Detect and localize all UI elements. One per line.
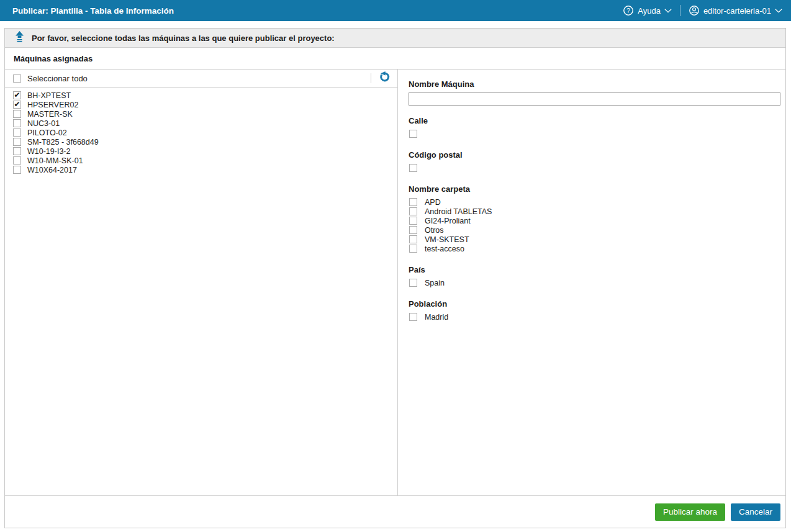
refresh-button[interactable] xyxy=(379,72,391,84)
filter-group: Código postal xyxy=(409,150,780,173)
filter-options: Madrid xyxy=(409,312,780,322)
machine-list: BH-XPTEST HPSERVER02 MASTER-SK NUC3-01 P… xyxy=(5,88,397,174)
machine-checkbox[interactable] xyxy=(13,156,21,165)
machine-checkbox[interactable] xyxy=(13,119,21,127)
section-title: Máquinas asignadas xyxy=(5,48,785,70)
machine-row: BH-XPTEST xyxy=(5,91,397,100)
chevron-down-icon xyxy=(775,9,782,13)
help-icon: ? xyxy=(623,5,634,16)
select-all-checkbox[interactable] xyxy=(13,74,21,83)
machine-label: W10X64-2017 xyxy=(27,166,77,174)
user-label: editor-carteleria-01 xyxy=(703,6,771,16)
help-label: Ayuda xyxy=(638,6,661,16)
top-header-bar: Publicar: Plantilla - Tabla de Informaci… xyxy=(0,0,791,21)
filter-option-label: Spain xyxy=(425,279,445,287)
machine-checkbox[interactable] xyxy=(13,147,21,155)
filter-option-checkbox[interactable] xyxy=(409,245,417,253)
filter-group: Calle xyxy=(409,116,780,138)
publish-panel: Por favor, seleccione todas las máquinas… xyxy=(4,28,786,528)
filter-group: Nombre carpeta APD Android TABLETAS GI24… xyxy=(409,184,780,253)
machines-column: Seleccionar todo BH-XPTEST HPSERVER02 M xyxy=(5,70,398,495)
filter-group-label: País xyxy=(409,265,780,274)
select-all-label: Seleccionar todo xyxy=(27,74,88,83)
help-menu[interactable]: ? Ayuda xyxy=(623,5,672,16)
machine-checkbox[interactable] xyxy=(13,101,21,109)
filter-option-row xyxy=(409,129,780,138)
machine-checkbox[interactable] xyxy=(13,110,21,118)
machine-label: NUC3-01 xyxy=(27,119,60,128)
filter-options xyxy=(409,163,780,173)
machine-label: BH-XPTEST xyxy=(27,91,71,100)
instruction-bar: Por favor, seleccione todas las máquinas… xyxy=(5,29,785,48)
machine-label: HPSERVER02 xyxy=(27,101,78,109)
filter-groups: Calle Código postal Nombre carpeta APD A… xyxy=(409,116,780,322)
filter-group-label: Nombre carpeta xyxy=(409,184,780,194)
filter-options xyxy=(409,129,780,138)
filter-options: APD Android TABLETAS GI24-Proliant Otros… xyxy=(409,197,780,253)
machine-label: MASTER-SK xyxy=(27,110,73,119)
filter-option-row: test-acceso xyxy=(409,244,780,253)
filter-option-label: Madrid xyxy=(425,313,448,322)
filter-option-checkbox[interactable] xyxy=(409,235,417,243)
machine-row: PILOTO-02 xyxy=(5,128,397,137)
select-all-bar: Seleccionar todo xyxy=(5,70,397,88)
machine-row: SM-T825 - 3f668d49 xyxy=(5,137,397,147)
machine-label: PILOTO-02 xyxy=(27,128,67,137)
filter-option-row: Otros xyxy=(409,225,780,235)
filter-option-label: VM-SKTEST xyxy=(425,235,469,244)
filter-group: Población Madrid xyxy=(409,299,780,322)
filter-option-checkbox[interactable] xyxy=(409,130,417,138)
machine-checkbox[interactable] xyxy=(13,166,21,174)
machine-label: W10-19-I3-2 xyxy=(27,147,70,156)
publish-now-button[interactable]: Publicar ahora xyxy=(655,503,725,521)
machine-row: HPSERVER02 xyxy=(5,100,397,109)
filter-option-checkbox[interactable] xyxy=(409,217,417,225)
toolbar-separator xyxy=(371,73,371,83)
filter-option-row: APD xyxy=(409,197,780,207)
page-title: Publicar: Plantilla - Tabla de Informaci… xyxy=(12,6,174,16)
filter-option-label: test-acceso xyxy=(425,245,464,253)
filter-group-label: Calle xyxy=(409,116,780,125)
cancel-button[interactable]: Cancelar xyxy=(731,503,780,521)
filter-option-checkbox[interactable] xyxy=(409,279,417,287)
machine-name-input[interactable] xyxy=(409,92,780,106)
filter-option-checkbox[interactable] xyxy=(409,198,417,206)
footer-bar: Publicar ahora Cancelar xyxy=(5,495,785,528)
filter-option-row: Madrid xyxy=(409,312,780,322)
machine-label: W10-MM-SK-01 xyxy=(27,156,83,165)
machine-row: W10X64-2017 xyxy=(5,165,397,174)
publish-up-arrow-icon xyxy=(16,31,24,45)
svg-text:?: ? xyxy=(626,7,630,14)
filter-option-checkbox[interactable] xyxy=(409,207,417,215)
chevron-down-icon xyxy=(664,9,672,13)
filter-option-checkbox[interactable] xyxy=(409,164,417,172)
filter-option-row: Spain xyxy=(409,278,780,287)
machine-row: W10-19-I3-2 xyxy=(5,147,397,156)
header-separator xyxy=(680,5,680,16)
filter-option-label: Android TABLETAS xyxy=(425,207,492,216)
machine-label: SM-T825 - 3f668d49 xyxy=(27,138,99,147)
user-menu[interactable]: editor-carteleria-01 xyxy=(689,5,782,16)
machine-checkbox[interactable] xyxy=(13,91,21,99)
filter-option-label: Otros xyxy=(425,226,444,235)
instruction-text: Por favor, seleccione todas las máquinas… xyxy=(32,34,335,43)
filter-group-label: Código postal xyxy=(409,150,780,160)
user-circle-icon xyxy=(689,5,700,16)
filter-option-label: APD xyxy=(425,198,441,207)
machine-row: W10-MM-SK-01 xyxy=(5,156,397,165)
machine-checkbox[interactable] xyxy=(13,138,21,146)
filter-option-checkbox[interactable] xyxy=(409,313,417,321)
filter-option-label: GI24-Proliant xyxy=(425,217,471,225)
filter-option-row: VM-SKTEST xyxy=(409,235,780,244)
machine-row: MASTER-SK xyxy=(5,109,397,119)
filter-group-label: Población xyxy=(409,299,780,309)
filter-group: País Spain xyxy=(409,265,780,287)
filter-options: Spain xyxy=(409,278,780,287)
machine-checkbox[interactable] xyxy=(13,128,21,137)
machine-row: NUC3-01 xyxy=(5,119,397,128)
filter-option-row: Android TABLETAS xyxy=(409,207,780,216)
refresh-icon xyxy=(379,71,391,85)
filter-option-row: GI24-Proliant xyxy=(409,216,780,225)
filter-panel: Nombre Máquina Calle Código postal Nombr… xyxy=(398,70,785,495)
filter-option-checkbox[interactable] xyxy=(409,226,417,234)
